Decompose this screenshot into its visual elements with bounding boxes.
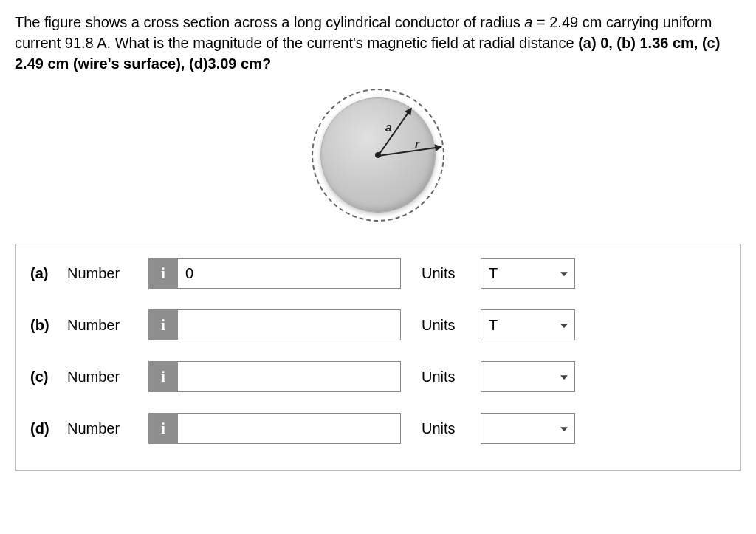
- q-radius-var: a: [524, 14, 532, 30]
- units-select-c[interactable]: [481, 361, 575, 392]
- answer-row-c: (c) Number i Units: [30, 361, 726, 392]
- part-label: (c): [30, 369, 67, 386]
- part-label: (d): [30, 420, 67, 437]
- answer-row-a: (a) Number i Units T: [30, 258, 726, 289]
- q-pre: The figure shows a cross section across …: [15, 14, 524, 30]
- info-icon[interactable]: i: [148, 413, 178, 444]
- conductor-figure: a r: [312, 89, 444, 222]
- info-icon[interactable]: i: [148, 361, 178, 392]
- number-label: Number: [67, 420, 148, 437]
- part-label: (a): [30, 265, 67, 282]
- number-input-d[interactable]: [178, 413, 401, 444]
- units-label: Units: [422, 317, 481, 334]
- number-label: Number: [67, 317, 148, 334]
- units-label: Units: [422, 369, 481, 386]
- figure-container: a r: [15, 89, 741, 222]
- units-select-a[interactable]: T: [481, 258, 575, 289]
- center-dot: [375, 152, 381, 158]
- label-a: a: [385, 121, 392, 134]
- units-select-d[interactable]: [481, 413, 575, 444]
- info-icon[interactable]: i: [148, 309, 178, 340]
- number-input-a[interactable]: [178, 258, 401, 289]
- question-text: The figure shows a cross section across …: [15, 12, 741, 74]
- info-icon[interactable]: i: [148, 258, 178, 289]
- answer-row-d: (d) Number i Units: [30, 413, 726, 444]
- part-label: (b): [30, 317, 67, 334]
- units-label: Units: [422, 420, 481, 437]
- units-label: Units: [422, 265, 481, 282]
- units-select-b[interactable]: T: [481, 309, 575, 340]
- number-input-c[interactable]: [178, 361, 401, 392]
- number-label: Number: [67, 265, 148, 282]
- label-r: r: [415, 137, 419, 150]
- answer-row-b: (b) Number i Units T: [30, 309, 726, 340]
- answer-panel: (a) Number i Units T (b) Number i Units …: [15, 244, 741, 471]
- number-input-b[interactable]: [178, 309, 401, 340]
- number-label: Number: [67, 369, 148, 386]
